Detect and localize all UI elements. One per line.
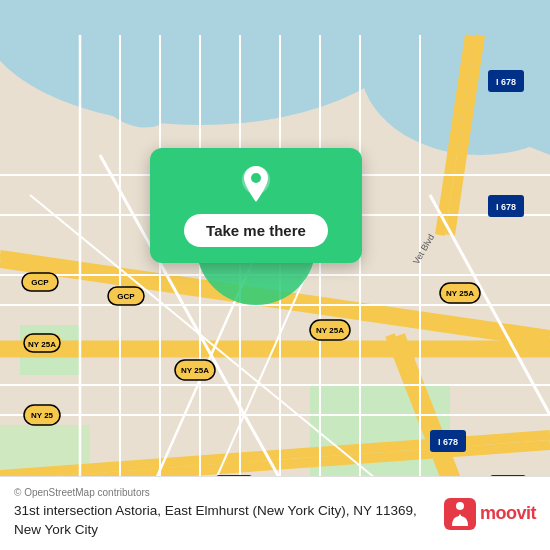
osm-attribution: © OpenStreetMap contributors bbox=[14, 487, 432, 498]
osm-credit-text: © OpenStreetMap contributors bbox=[14, 487, 150, 498]
svg-point-64 bbox=[251, 173, 261, 183]
svg-text:I 678: I 678 bbox=[438, 437, 458, 447]
moovit-icon bbox=[444, 498, 476, 530]
map-background: I 678 I 678 NY 25A NY 25A NY 25A GCP GCP… bbox=[0, 0, 550, 550]
svg-text:I 678: I 678 bbox=[496, 202, 516, 212]
svg-text:NY 25A: NY 25A bbox=[446, 289, 474, 298]
bottom-info-bar: © OpenStreetMap contributors 31st inters… bbox=[0, 476, 550, 550]
svg-text:NY 25: NY 25 bbox=[31, 411, 54, 420]
take-me-there-button[interactable]: Take me there bbox=[184, 214, 328, 247]
svg-point-66 bbox=[456, 502, 464, 510]
moovit-wordmark: moovit bbox=[480, 503, 536, 524]
svg-text:GCP: GCP bbox=[31, 278, 49, 287]
address-text: 31st intersection Astoria, East Elmhurst… bbox=[14, 502, 432, 540]
take-me-there-card[interactable]: Take me there bbox=[150, 148, 362, 263]
address-section: © OpenStreetMap contributors 31st inters… bbox=[14, 487, 432, 540]
map-container: I 678 I 678 NY 25A NY 25A NY 25A GCP GCP… bbox=[0, 0, 550, 550]
svg-text:GCP: GCP bbox=[117, 292, 135, 301]
svg-text:NY 25A: NY 25A bbox=[316, 326, 344, 335]
svg-text:NY 25A: NY 25A bbox=[181, 366, 209, 375]
svg-text:NY 25A: NY 25A bbox=[28, 340, 56, 349]
svg-text:I 678: I 678 bbox=[496, 77, 516, 87]
location-pin-icon bbox=[234, 162, 278, 206]
moovit-logo: moovit bbox=[444, 498, 536, 530]
